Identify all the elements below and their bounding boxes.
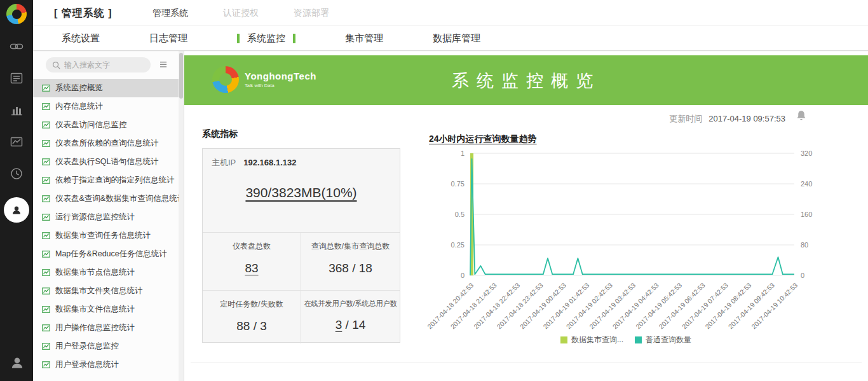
tree-search-box[interactable] bbox=[46, 57, 151, 73]
report-label: Map任务&Reduce任务信息统计 bbox=[55, 249, 167, 260]
dashboard-count-link[interactable]: 83 bbox=[245, 261, 258, 275]
chart-legend: 数据集市查询... 普通查询数量 bbox=[407, 335, 845, 345]
report-list-item[interactable]: 系统监控概览 bbox=[33, 79, 184, 97]
report-label: 仪表盘&查询&数据集市查询信息统计 bbox=[55, 193, 184, 204]
report-label: 用户操作信息监控统计 bbox=[55, 322, 135, 333]
banner-logo-hole bbox=[219, 73, 232, 86]
report-list-item[interactable]: 数据集市文件夹信息统计 bbox=[33, 282, 184, 300]
top-tab[interactable]: 认证授权 bbox=[223, 8, 259, 19]
report-list-item[interactable]: Map任务&Reduce任务信息统计 bbox=[33, 245, 184, 263]
nav-item-label: 系统设置 bbox=[62, 32, 100, 45]
svg-text:1: 1 bbox=[461, 149, 465, 157]
report-tree-panel: 系统监控概览 内存信息统计 仪表盘访问信息监控 仪表盘所依赖的查询信息统计 仪表… bbox=[33, 51, 184, 381]
report-chart-mini-icon bbox=[42, 195, 50, 203]
query-count-label: 查询总数/集市查询总数 bbox=[301, 241, 400, 252]
search-icon bbox=[52, 61, 60, 69]
nav-item-label: 数据库管理 bbox=[433, 32, 480, 45]
top-tabs: 管理系统 认证授权 资源部署 bbox=[153, 0, 329, 26]
legend-swatch bbox=[560, 336, 567, 343]
tree-scrollbar[interactable] bbox=[179, 51, 184, 381]
form-list-icon[interactable] bbox=[9, 71, 24, 86]
nav-item[interactable]: 日志管理 bbox=[149, 32, 187, 45]
report-list-item[interactable]: 运行资源信息监控统计 bbox=[33, 208, 184, 226]
report-chart-mini-icon bbox=[42, 213, 50, 221]
search-input[interactable] bbox=[64, 60, 137, 69]
nav-item[interactable]: 集市管理 bbox=[345, 32, 383, 45]
report-chart-mini-icon bbox=[42, 232, 50, 240]
update-time-value: 2017-04-19 09:57:53 bbox=[709, 114, 785, 123]
user-monitor-icon[interactable] bbox=[4, 197, 29, 223]
brand-text: YonghongTech Talk with Data bbox=[245, 71, 316, 88]
host-memory-cell: 主机IP192.168.1.132 390/3823MB(10%) bbox=[203, 149, 400, 233]
report-list: 系统监控概览 内存信息统计 仪表盘访问信息监控 仪表盘所依赖的查询信息统计 仪表… bbox=[33, 79, 184, 374]
report-list-item[interactable]: 用户登录信息监控 bbox=[33, 337, 184, 356]
brand-tagline: Talk with Data bbox=[245, 83, 316, 88]
report-list-item[interactable]: 数据集市文件信息统计 bbox=[33, 300, 184, 319]
host-ip-label: 主机IP bbox=[212, 158, 236, 167]
report-list-item[interactable]: 用户操作信息监控统计 bbox=[33, 319, 184, 337]
legend-item[interactable]: 普通查询数量 bbox=[635, 335, 691, 345]
report-chart-mini-icon bbox=[42, 324, 50, 332]
dashboard-count-value: 83 bbox=[203, 261, 301, 275]
top-tab[interactable]: 管理系统 bbox=[153, 8, 188, 19]
metrics-section-title: 系统指标 bbox=[202, 128, 238, 140]
online-users-link[interactable]: 3 bbox=[336, 318, 342, 331]
report-list-item[interactable]: 依赖于指定查询的指定列信息统计 bbox=[33, 171, 184, 190]
report-chart-mini-icon bbox=[42, 139, 50, 148]
task-count-cell: 定时任务数/失败数 88 / 3 bbox=[203, 290, 301, 343]
svg-text:240: 240 bbox=[801, 180, 812, 188]
dashboard-count-label: 仪表盘总数 bbox=[203, 241, 301, 252]
dashboard-banner: YonghongTech Talk with Data 系统监控概览 bbox=[184, 55, 868, 105]
top-tab[interactable]: 资源部署 bbox=[294, 8, 329, 19]
host-row: 主机IP192.168.1.132 bbox=[212, 157, 391, 169]
brand-block: YonghongTech Talk with Data bbox=[212, 66, 316, 93]
nav-item[interactable]: 系统监控 bbox=[237, 32, 295, 45]
clock-icon[interactable] bbox=[9, 166, 24, 181]
report-chart-mini-icon bbox=[42, 287, 50, 295]
yonghong-logo-icon[interactable] bbox=[6, 4, 27, 24]
report-list-item[interactable]: 用户登录信息统计 bbox=[33, 356, 184, 374]
left-icon-rail bbox=[0, 0, 33, 381]
bar-chart-icon[interactable] bbox=[9, 102, 24, 118]
legend-label: 数据集市查询... bbox=[571, 335, 623, 345]
report-list-item[interactable]: 仪表盘执行SQL语句信息统计 bbox=[33, 153, 184, 171]
nav-item[interactable]: 数据库管理 bbox=[433, 32, 480, 45]
link-icon[interactable] bbox=[9, 39, 24, 54]
top-header: [ 管理系统 ] 管理系统 认证授权 资源部署 bbox=[33, 0, 868, 26]
host-ip-value: 192.168.1.132 bbox=[243, 158, 296, 167]
tree-scrollbar-thumb[interactable] bbox=[179, 53, 183, 99]
report-label: 内存信息统计 bbox=[55, 101, 103, 112]
report-label: 仪表盘所依赖的查询信息统计 bbox=[55, 138, 159, 149]
memory-usage-link[interactable]: 390/3823MB(10%) bbox=[212, 185, 391, 200]
list-menu-icon[interactable] bbox=[159, 59, 168, 71]
svg-text:160: 160 bbox=[801, 211, 812, 218]
top-tab-label: 管理系统 bbox=[153, 8, 188, 18]
report-list-item[interactable]: 内存信息统计 bbox=[33, 97, 184, 116]
main-content: YonghongTech Talk with Data 系统监控概览 更新时间2… bbox=[184, 51, 868, 381]
svg-text:0.25: 0.25 bbox=[451, 241, 465, 249]
user-count-value: 3 / 14 bbox=[301, 318, 400, 332]
svg-text:2017-04-19 10:42:53: 2017-04-19 10:42:53 bbox=[750, 281, 799, 331]
report-label: 数据集市节点信息统计 bbox=[55, 267, 135, 278]
report-list-item[interactable]: 仪表盘访问信息监控 bbox=[33, 116, 184, 134]
nav-item-label: 日志管理 bbox=[149, 32, 187, 45]
report-label: 依赖于指定查询的指定列信息统计 bbox=[55, 175, 175, 186]
report-label: 系统监控概览 bbox=[55, 83, 103, 94]
report-chart-mini-icon bbox=[42, 158, 50, 166]
bell-icon[interactable] bbox=[794, 108, 808, 123]
report-list-item[interactable]: 仪表盘&查询&数据集市查询信息统计 bbox=[33, 190, 184, 208]
module-nav: 系统设置 日志管理 系统监控 集市管理 数据库管理 bbox=[33, 26, 868, 51]
report-chart-mini-icon bbox=[42, 305, 50, 314]
report-list-item[interactable]: 数据集市查询任务信息统计 bbox=[33, 226, 184, 245]
profile-icon[interactable] bbox=[9, 354, 24, 370]
report-chart-icon[interactable] bbox=[9, 134, 24, 149]
report-chart-mini-icon bbox=[42, 361, 50, 369]
report-chart-mini-icon bbox=[42, 250, 50, 258]
top-tab-label: 资源部署 bbox=[294, 8, 329, 18]
svg-text:0.5: 0.5 bbox=[455, 211, 465, 218]
legend-item[interactable]: 数据集市查询... bbox=[560, 335, 623, 345]
report-list-item[interactable]: 仪表盘所依赖的查询信息统计 bbox=[33, 134, 184, 153]
report-list-item[interactable]: 数据集市节点信息统计 bbox=[33, 263, 184, 282]
nav-item[interactable]: 系统设置 bbox=[62, 32, 100, 45]
task-count-value: 88 / 3 bbox=[203, 319, 301, 333]
